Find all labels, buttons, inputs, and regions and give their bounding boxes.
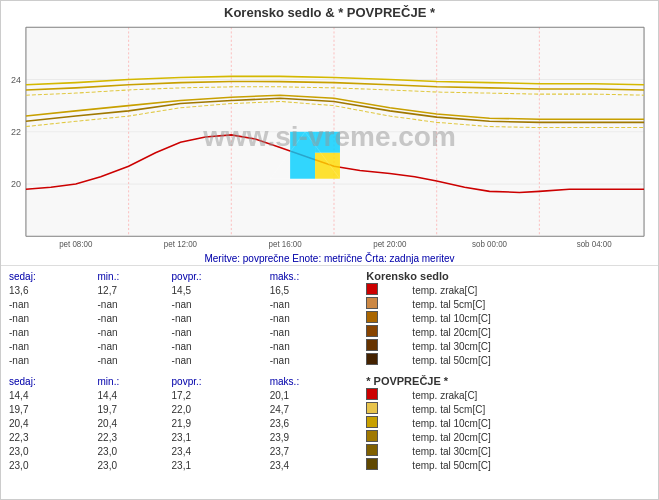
- svg-text:pet 12:00: pet 12:00: [164, 240, 198, 249]
- section1-title: Korensko sedlo: [366, 270, 650, 283]
- legend-box-cell: [366, 325, 412, 339]
- cell-povpr: 22,0: [172, 402, 270, 416]
- cell-povpr: -nan: [172, 297, 270, 311]
- legend-box: [366, 388, 378, 400]
- col-maks-1: maks.:: [270, 270, 367, 283]
- legend-box: [366, 444, 378, 456]
- cell-sedaj: 23,0: [9, 458, 98, 472]
- table-row: -nan -nan -nan -nan temp. tal 10cm[C]: [9, 311, 650, 325]
- legend-box: [366, 458, 378, 470]
- cell-maks: -nan: [270, 339, 367, 353]
- section2-table: sedaj: min.: povpr.: maks.: * POVPREČJE …: [9, 375, 650, 472]
- cell-povpr: 14,5: [172, 283, 270, 297]
- cell-min: 23,0: [98, 444, 172, 458]
- cell-povpr: -nan: [172, 325, 270, 339]
- col-povpr-2: povpr.:: [172, 375, 270, 388]
- cell-sedaj: 13,6: [9, 283, 98, 297]
- legend-box: [366, 402, 378, 414]
- cell-maks: -nan: [270, 311, 367, 325]
- legend-label: temp. tal 5cm[C]: [412, 402, 650, 416]
- cell-povpr: -nan: [172, 311, 270, 325]
- svg-text:sob 04:00: sob 04:00: [577, 240, 612, 249]
- col-sedaj-2: sedaj:: [9, 375, 98, 388]
- col-maks-2: maks.:: [270, 375, 367, 388]
- data-section: sedaj: min.: povpr.: maks.: Korensko sed…: [1, 266, 658, 476]
- cell-povpr: -nan: [172, 353, 270, 367]
- cell-maks: 24,7: [270, 402, 367, 416]
- chart-container: Korensko sedlo & * POVPREČJE * 24 22 20: [1, 1, 658, 266]
- cell-sedaj: 20,4: [9, 416, 98, 430]
- section1: sedaj: min.: povpr.: maks.: Korensko sed…: [9, 270, 650, 472]
- cell-maks: -nan: [270, 297, 367, 311]
- legend-label: temp. tal 20cm[C]: [412, 430, 650, 444]
- cell-povpr: 23,1: [172, 458, 270, 472]
- legend-box: [366, 430, 378, 442]
- cell-min: -nan: [98, 353, 172, 367]
- legend-box-cell: [366, 283, 412, 297]
- cell-sedaj: 22,3: [9, 430, 98, 444]
- legend-box: [366, 353, 378, 365]
- cell-maks: -nan: [270, 353, 367, 367]
- legend-box-cell: [366, 430, 412, 444]
- cell-min: 14,4: [98, 388, 172, 402]
- legend-box: [366, 325, 378, 337]
- col-sedaj-1: sedaj:: [9, 270, 98, 283]
- svg-text:pet 20:00: pet 20:00: [373, 240, 407, 249]
- cell-maks: 16,5: [270, 283, 367, 297]
- table-row: 23,0 23,0 23,4 23,7 temp. tal 30cm[C]: [9, 444, 650, 458]
- table-row: 13,6 12,7 14,5 16,5 temp. zraka[C]: [9, 283, 650, 297]
- legend-box: [366, 339, 378, 351]
- legend-box-cell: [366, 402, 412, 416]
- svg-text:pet 16:00: pet 16:00: [269, 240, 303, 249]
- legend-box: [366, 311, 378, 323]
- cell-sedaj: 19,7: [9, 402, 98, 416]
- legend-box-cell: [366, 311, 412, 325]
- legend-box-cell: [366, 353, 412, 367]
- svg-text:22: 22: [11, 127, 21, 137]
- cell-povpr: 23,4: [172, 444, 270, 458]
- table-row: 23,0 23,0 23,1 23,4 temp. tal 50cm[C]: [9, 458, 650, 472]
- table-row: 19,7 19,7 22,0 24,7 temp. tal 5cm[C]: [9, 402, 650, 416]
- cell-sedaj: -nan: [9, 353, 98, 367]
- legend-label: temp. tal 30cm[C]: [412, 339, 650, 353]
- svg-text:24: 24: [11, 74, 21, 84]
- legend-label: temp. tal 20cm[C]: [412, 325, 650, 339]
- col-povpr-1: povpr.:: [172, 270, 270, 283]
- svg-text:20: 20: [11, 179, 21, 189]
- cell-sedaj: -nan: [9, 297, 98, 311]
- cell-min: 22,3: [98, 430, 172, 444]
- table-row: 20,4 20,4 21,9 23,6 temp. tal 10cm[C]: [9, 416, 650, 430]
- chart-subtitle: Meritve: povprečne Enote: metrične Črta:…: [1, 252, 658, 266]
- cell-min: 12,7: [98, 283, 172, 297]
- cell-sedaj: 23,0: [9, 444, 98, 458]
- cell-min: 19,7: [98, 402, 172, 416]
- table-row: -nan -nan -nan -nan temp. tal 20cm[C]: [9, 325, 650, 339]
- cell-maks: -nan: [270, 325, 367, 339]
- legend-box: [366, 297, 378, 309]
- cell-sedaj: -nan: [9, 339, 98, 353]
- cell-sedaj: -nan: [9, 325, 98, 339]
- cell-sedaj: -nan: [9, 311, 98, 325]
- cell-min: -nan: [98, 339, 172, 353]
- legend-label: temp. tal 30cm[C]: [412, 444, 650, 458]
- section1-table: sedaj: min.: povpr.: maks.: Korensko sed…: [9, 270, 650, 367]
- legend-box-cell: [366, 444, 412, 458]
- svg-rect-24: [315, 153, 340, 179]
- legend-box-cell: [366, 297, 412, 311]
- svg-text:pet 08:00: pet 08:00: [59, 240, 93, 249]
- legend-label: temp. tal 10cm[C]: [412, 311, 650, 325]
- legend-box-cell: [366, 388, 412, 402]
- cell-povpr: 17,2: [172, 388, 270, 402]
- legend-label: temp. zraka[C]: [412, 388, 650, 402]
- cell-min: -nan: [98, 325, 172, 339]
- cell-maks: 23,7: [270, 444, 367, 458]
- legend-label: temp. zraka[C]: [412, 283, 650, 297]
- legend-box: [366, 416, 378, 428]
- table-row: -nan -nan -nan -nan temp. tal 30cm[C]: [9, 339, 650, 353]
- legend-box-cell: [366, 416, 412, 430]
- cell-maks: 20,1: [270, 388, 367, 402]
- col-min-2: min.:: [98, 375, 172, 388]
- cell-min: -nan: [98, 297, 172, 311]
- cell-min: 23,0: [98, 458, 172, 472]
- table-row: 14,4 14,4 17,2 20,1 temp. zraka[C]: [9, 388, 650, 402]
